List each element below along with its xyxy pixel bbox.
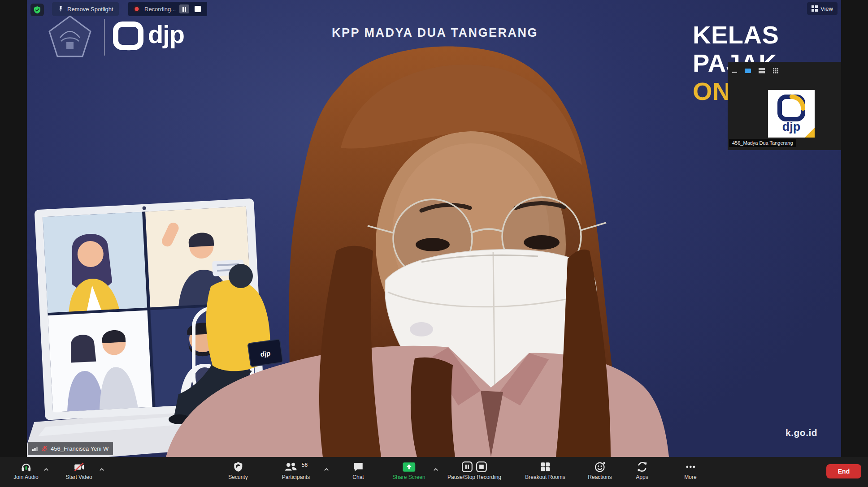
share-screen-label: Share Screen (392, 474, 425, 480)
stop-icon (195, 6, 201, 12)
recording-label: Recording... (144, 6, 176, 13)
header-divider (104, 19, 105, 56)
participants-label: Participants (282, 474, 310, 480)
djp-thumbnail-logo: djp (776, 93, 807, 134)
chat-bubble-icon (352, 461, 364, 473)
breakout-rooms-label: Breakout Rooms (525, 474, 565, 480)
join-audio-caret[interactable] (43, 465, 49, 473)
muted-mic-icon (41, 445, 48, 452)
breakout-rooms-button[interactable]: Breakout Rooms (525, 460, 565, 480)
stop-recording-button[interactable] (193, 4, 203, 13)
security-label: Security (228, 474, 247, 480)
share-screen-icon (402, 461, 416, 473)
kemenkeu-pentagon-logo (48, 14, 92, 59)
more-button[interactable]: More (684, 460, 696, 480)
remove-spotlight-button[interactable]: Remove Spotlight (52, 2, 119, 16)
more-label: More (684, 474, 696, 480)
pause-stop-recording-button[interactable]: Pause/Stop Recording (447, 460, 501, 480)
main-video-feed: djp (27, 0, 841, 457)
start-video-label: Start Video (65, 474, 92, 480)
chat-label: Chat (352, 474, 364, 480)
recording-indicator: Recording... (128, 2, 207, 16)
pause-recording-button[interactable] (179, 4, 189, 13)
encryption-badge (30, 4, 44, 16)
poster-line-1: KELAS (693, 21, 779, 49)
video-off-icon (73, 461, 85, 473)
djp-logo-icon (112, 22, 144, 51)
speaker-name-tag: 456_Francisca Yeni W (28, 442, 113, 455)
start-video-button[interactable]: Start Video (65, 460, 92, 480)
view-button[interactable]: View (807, 2, 838, 15)
security-button[interactable]: Security (228, 460, 247, 480)
remove-spotlight-label: Remove Spotlight (67, 6, 113, 13)
zoom-meeting-window: djp (0, 0, 868, 487)
connection-signal-icon (32, 446, 38, 451)
grid-view-icon[interactable] (773, 68, 779, 73)
website-text: k.go.id (786, 427, 817, 438)
meeting-toolbar: Join Audio Start Video (0, 457, 868, 487)
spotlight-pin-icon (57, 5, 64, 13)
view-grid-icon (812, 5, 818, 12)
apps-label: Apps (636, 474, 648, 480)
pause-stop-recording-label: Pause/Stop Recording (447, 474, 501, 480)
share-screen-button[interactable]: Share Screen (392, 460, 425, 480)
minimize-icon[interactable] (732, 68, 738, 73)
gallery-strip-view-icon[interactable] (759, 68, 765, 73)
reactions-smiley-icon (594, 461, 606, 473)
end-meeting-button[interactable]: End (826, 464, 861, 478)
participants-icon (284, 461, 298, 473)
apps-icon (636, 461, 648, 473)
reactions-label: Reactions (588, 474, 612, 480)
letterbox-left (0, 0, 27, 457)
speaker-name-text: 456_Francisca Yeni W (51, 445, 108, 452)
stop-recording-icon (476, 461, 487, 473)
thumbnail-view-controls (732, 68, 779, 73)
participants-caret[interactable] (324, 465, 329, 473)
letterbox-right (841, 0, 868, 457)
more-dots-icon (685, 461, 696, 473)
djp-logo: djp (112, 22, 184, 51)
active-speaker-view-icon[interactable] (745, 68, 751, 73)
thumbnail-corner-decoration (805, 128, 815, 138)
shield-check-icon (33, 6, 41, 14)
illustration-laptop-logo: djp (260, 349, 271, 358)
join-audio-label: Join Audio (13, 474, 38, 480)
join-audio-button[interactable]: Join Audio (13, 460, 38, 480)
self-view-panel: djp 456_Madya Dua Tangerang (728, 62, 841, 150)
recording-dot-icon (133, 5, 141, 13)
pause-icon (182, 7, 187, 12)
headset-icon (20, 461, 32, 473)
djp-thumbnail-text: djp (782, 120, 801, 134)
security-shield-icon (233, 461, 243, 473)
apps-button[interactable]: Apps (636, 460, 648, 480)
chat-button[interactable]: Chat (352, 460, 364, 480)
participants-button[interactable]: 56 Participants (282, 460, 310, 480)
self-view-name-label: 456_Madya Dua Tangerang (729, 139, 796, 147)
participants-count: 56 (302, 462, 308, 468)
view-label: View (820, 5, 833, 12)
self-view-video-tile[interactable]: djp (768, 90, 815, 138)
djp-logo-text: djp (148, 22, 184, 47)
breakout-grid-icon (539, 461, 551, 473)
background-header-title: KPP MADYA DUA TANGERANG (327, 26, 542, 40)
start-video-caret[interactable] (99, 465, 104, 473)
pause-recording-icon (461, 461, 473, 473)
reactions-button[interactable]: Reactions (588, 460, 612, 480)
share-screen-caret[interactable] (433, 465, 438, 473)
